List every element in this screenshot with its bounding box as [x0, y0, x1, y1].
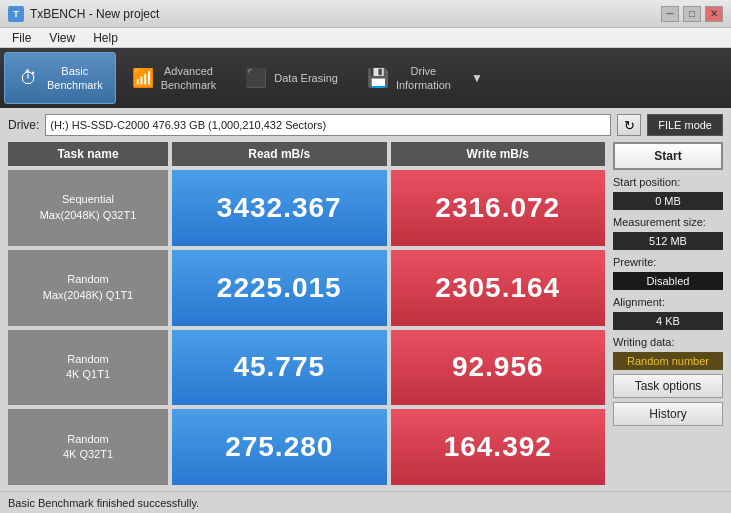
- tab-data-erasing[interactable]: ⬛ Data Erasing: [231, 52, 351, 104]
- window-controls: ─ □ ✕: [661, 6, 723, 22]
- drive-select[interactable]: (H:) HS-SSD-C2000 476.93 GB (1,000,210,4…: [45, 114, 611, 136]
- writing-data-value: Random number: [613, 352, 723, 370]
- row-label-1: RandomMax(2048K) Q1T1: [8, 250, 168, 326]
- write-cell-2: 92.956: [391, 330, 606, 406]
- start-position-label: Start position:: [613, 176, 723, 188]
- table-row: Random4K Q1T1 45.775 92.956: [8, 330, 605, 406]
- main-content: Drive: (H:) HS-SSD-C2000 476.93 GB (1,00…: [0, 108, 731, 491]
- prewrite-label: Prewrite:: [613, 256, 723, 268]
- app-title: TxBENCH - New project: [30, 7, 159, 21]
- read-cell-2: 45.775: [172, 330, 387, 406]
- drive-information-label: DriveInformation: [396, 64, 451, 93]
- read-cell-3: 275.280: [172, 409, 387, 485]
- toolbar: ⏱ BasicBenchmark 📶 AdvancedBenchmark ⬛ D…: [0, 48, 731, 108]
- alignment-value: 4 KB: [613, 312, 723, 330]
- table-row: Random4K Q32T1 275.280 164.392: [8, 409, 605, 485]
- drive-refresh-button[interactable]: ↻: [617, 114, 641, 136]
- tab-drive-information[interactable]: 💾 DriveInformation: [353, 52, 464, 104]
- title-bar: T TxBENCH - New project ─ □ ✕: [0, 0, 731, 28]
- data-erasing-label: Data Erasing: [274, 71, 338, 85]
- menu-view[interactable]: View: [41, 29, 83, 47]
- prewrite-value: Disabled: [613, 272, 723, 290]
- write-cell-1: 2305.164: [391, 250, 606, 326]
- advanced-benchmark-label: AdvancedBenchmark: [161, 64, 217, 93]
- basic-benchmark-label: BasicBenchmark: [47, 64, 103, 93]
- drive-information-icon: 💾: [366, 66, 390, 90]
- col-read: Read mB/s: [172, 142, 387, 166]
- close-button[interactable]: ✕: [705, 6, 723, 22]
- status-bar: Basic Benchmark finished successfully.: [0, 491, 731, 513]
- drive-row: Drive: (H:) HS-SSD-C2000 476.93 GB (1,00…: [8, 114, 723, 136]
- row-label-0: SequentialMax(2048K) Q32T1: [8, 170, 168, 246]
- app-icon: T: [8, 6, 24, 22]
- status-text: Basic Benchmark finished successfully.: [8, 497, 199, 509]
- alignment-label: Alignment:: [613, 296, 723, 308]
- file-mode-button[interactable]: FILE mode: [647, 114, 723, 136]
- history-button[interactable]: History: [613, 402, 723, 426]
- table-row: SequentialMax(2048K) Q32T1 3432.367 2316…: [8, 170, 605, 246]
- table-header: Task name Read mB/s Write mB/s: [8, 142, 605, 166]
- measurement-size-value: 512 MB: [613, 232, 723, 250]
- measurement-size-label: Measurement size:: [613, 216, 723, 228]
- drive-label: Drive:: [8, 118, 39, 132]
- menu-help[interactable]: Help: [85, 29, 126, 47]
- col-write: Write mB/s: [391, 142, 606, 166]
- data-erasing-icon: ⬛: [244, 66, 268, 90]
- start-position-value: 0 MB: [613, 192, 723, 210]
- menu-file[interactable]: File: [4, 29, 39, 47]
- start-button[interactable]: Start: [613, 142, 723, 170]
- row-label-3: Random4K Q32T1: [8, 409, 168, 485]
- task-options-button[interactable]: Task options: [613, 374, 723, 398]
- write-cell-3: 164.392: [391, 409, 606, 485]
- toolbar-dropdown[interactable]: ▼: [468, 52, 486, 104]
- basic-benchmark-icon: ⏱: [17, 66, 41, 90]
- table-row: RandomMax(2048K) Q1T1 2225.015 2305.164: [8, 250, 605, 326]
- read-cell-0: 3432.367: [172, 170, 387, 246]
- benchmark-table: Task name Read mB/s Write mB/s Sequentia…: [8, 142, 605, 485]
- content-area: Task name Read mB/s Write mB/s Sequentia…: [8, 142, 723, 485]
- writing-data-label: Writing data:: [613, 336, 723, 348]
- advanced-benchmark-icon: 📶: [131, 66, 155, 90]
- menu-bar: File View Help: [0, 28, 731, 48]
- title-bar-left: T TxBENCH - New project: [8, 6, 159, 22]
- col-task-name: Task name: [8, 142, 168, 166]
- table-rows: SequentialMax(2048K) Q32T1 3432.367 2316…: [8, 170, 605, 485]
- sidebar: Start Start position: 0 MB Measurement s…: [613, 142, 723, 485]
- write-cell-0: 2316.072: [391, 170, 606, 246]
- maximize-button[interactable]: □: [683, 6, 701, 22]
- tab-basic-benchmark[interactable]: ⏱ BasicBenchmark: [4, 52, 116, 104]
- row-label-2: Random4K Q1T1: [8, 330, 168, 406]
- read-cell-1: 2225.015: [172, 250, 387, 326]
- tab-advanced-benchmark[interactable]: 📶 AdvancedBenchmark: [118, 52, 230, 104]
- minimize-button[interactable]: ─: [661, 6, 679, 22]
